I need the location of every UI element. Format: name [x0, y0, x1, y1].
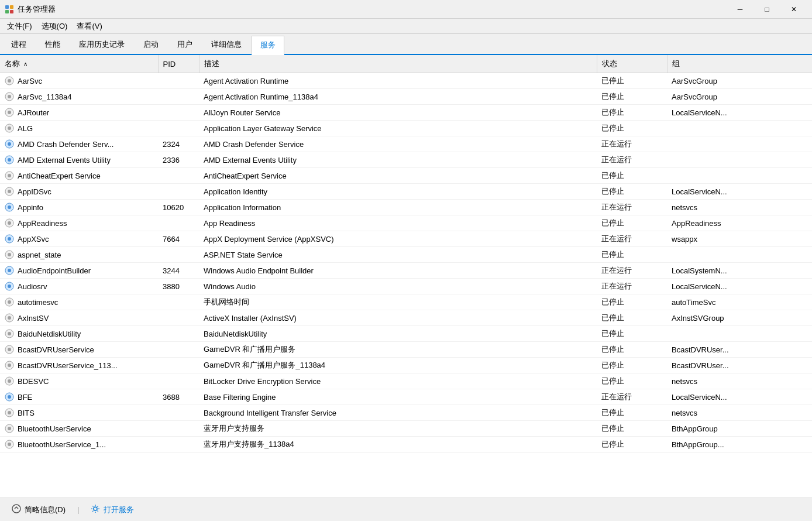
table-row[interactable]: BcastDVRUserService_113... GameDVR 和广播用户…: [0, 358, 812, 373]
service-desc: Base Filtering Engine: [199, 389, 597, 405]
table-row[interactable]: AarSvc Agent Activation Runtime已停止AarSvc…: [0, 73, 812, 89]
col-header-name[interactable]: 名称 ∧: [0, 55, 158, 73]
services-table-container[interactable]: 名称 ∧ PID 描述 状态 组 AarSvc Agent Activation…: [0, 55, 812, 498]
svg-point-31: [8, 285, 11, 288]
tab-startup[interactable]: 启动: [135, 35, 167, 54]
title-bar-left: 任务管理器: [5, 4, 56, 15]
service-pid: [158, 326, 199, 342]
svg-point-15: [8, 158, 11, 162]
table-row[interactable]: BaiduNetdiskUtility BaiduNetdiskUtility已…: [0, 326, 812, 342]
table-row[interactable]: AntiCheatExpert Service AntiCheatExpert …: [0, 168, 812, 184]
tab-users[interactable]: 用户: [168, 35, 201, 54]
table-row[interactable]: AJRouter AllJoyn Router Service已停止LocalS…: [0, 105, 812, 121]
svg-rect-1: [10, 5, 13, 9]
svg-rect-2: [5, 10, 9, 13]
service-name-text: BcastDVRUserService: [18, 345, 94, 354]
table-row[interactable]: BDESVC BitLocker Drive Encryption Servic…: [0, 373, 812, 389]
table-row[interactable]: AarSvc_1138a4 Agent Activation Runtime_1…: [0, 89, 812, 105]
service-group: AppReadiness: [667, 215, 812, 231]
menu-options[interactable]: 选项(O): [37, 20, 73, 33]
service-name-cell: AntiCheatExpert Service: [0, 168, 158, 184]
table-row[interactable]: Audiosrv 3880Windows Audio正在运行LocalServi…: [0, 279, 812, 294]
service-group: BthAppGroup...: [667, 437, 812, 453]
menu-view[interactable]: 查看(V): [72, 20, 106, 33]
svg-point-39: [8, 348, 11, 351]
table-row[interactable]: ALG Application Layer Gateway Service已停止: [0, 121, 812, 136]
table-row[interactable]: AxInstSV ActiveX Installer (AxInstSV)已停止…: [0, 310, 812, 326]
service-name-text: AarSvc: [18, 77, 42, 85]
svg-point-9: [8, 111, 11, 114]
table-row[interactable]: AppIDSvc Application Identity已停止LocalSer…: [0, 184, 812, 200]
service-icon: [5, 76, 14, 85]
svg-point-53: [94, 507, 97, 510]
tab-performance[interactable]: 性能: [36, 35, 69, 54]
bottom-bar: 简略信息(D) | 打开服务: [0, 498, 812, 521]
service-pid: [158, 294, 199, 310]
table-row[interactable]: Appinfo 10620Application Information正在运行…: [0, 200, 812, 215]
service-name-text: AppIDSvc: [18, 187, 51, 196]
minimize-button[interactable]: ─: [727, 0, 753, 19]
service-status: 已停止: [597, 373, 667, 389]
service-name-cell: AarSvc_1138a4: [0, 89, 158, 105]
table-row[interactable]: AppXSvc 7664AppX Deployment Service (App…: [0, 231, 812, 247]
service-name-cell: BcastDVRUserService: [0, 342, 158, 358]
service-icon: [5, 108, 14, 117]
table-row[interactable]: BluetoothUserService 蓝牙用户支持服务已停止BthAppGr…: [0, 421, 812, 437]
svg-point-51: [8, 443, 11, 446]
service-pid: 2324: [158, 136, 199, 152]
service-group: AarSvcGroup: [667, 89, 812, 105]
open-service-button[interactable]: 打开服务: [86, 502, 139, 517]
service-group: [667, 247, 812, 263]
table-row[interactable]: AppReadiness App Readiness已停止AppReadines…: [0, 215, 812, 231]
service-pid: 3880: [158, 279, 199, 294]
table-row[interactable]: aspnet_state ASP.NET State Service已停止: [0, 247, 812, 263]
col-header-status[interactable]: 状态: [597, 55, 667, 73]
service-icon: [5, 345, 14, 354]
service-pid: 3688: [158, 389, 199, 405]
table-row[interactable]: BITS Background Intelligent Transfer Ser…: [0, 405, 812, 421]
maximize-button[interactable]: □: [753, 0, 780, 19]
service-desc: BitLocker Drive Encryption Service: [199, 373, 597, 389]
service-status: 已停止: [597, 294, 667, 310]
service-status: 正在运行: [597, 136, 667, 152]
service-status: 已停止: [597, 89, 667, 105]
service-pid: 7664: [158, 231, 199, 247]
service-status: 正在运行: [597, 279, 667, 294]
service-status: 正在运行: [597, 152, 667, 168]
tab-app-history[interactable]: 应用历史记录: [70, 35, 133, 54]
tab-services[interactable]: 服务: [252, 36, 284, 55]
col-header-desc[interactable]: 描述: [199, 55, 597, 73]
service-group: LocalSystemN...: [667, 263, 812, 279]
table-row[interactable]: AMD External Events Utility 2336AMD Exte…: [0, 152, 812, 168]
service-group: BcastDVRUser...: [667, 342, 812, 358]
svg-point-17: [8, 174, 11, 177]
service-status: 已停止: [597, 310, 667, 326]
close-button[interactable]: ✕: [780, 0, 807, 19]
service-group: LocalServiceN...: [667, 389, 812, 405]
col-header-group[interactable]: 组: [667, 55, 812, 73]
service-name-cell: BITS: [0, 405, 158, 421]
table-row[interactable]: AudioEndpointBuilder 3244Windows Audio E…: [0, 263, 812, 279]
tab-process[interactable]: 进程: [2, 35, 35, 54]
service-name-cell: AudioEndpointBuilder: [0, 263, 158, 279]
menu-file[interactable]: 文件(F): [2, 20, 37, 33]
summary-button[interactable]: 简略信息(D): [7, 502, 70, 517]
tab-details[interactable]: 详细信息: [202, 35, 250, 54]
service-desc: GameDVR 和广播用户服务: [199, 342, 597, 358]
service-name-cell: AJRouter: [0, 105, 158, 121]
service-desc: Application Information: [199, 200, 597, 215]
service-group: LocalServiceN...: [667, 105, 812, 121]
table-row[interactable]: BluetoothUserService_1... 蓝牙用户支持服务_1138a…: [0, 437, 812, 453]
service-status: 已停止: [597, 105, 667, 121]
service-status: 已停止: [597, 405, 667, 421]
service-pid: [158, 184, 199, 200]
table-row[interactable]: BFE 3688Base Filtering Engine正在运行LocalSe…: [0, 389, 812, 405]
col-header-pid[interactable]: PID: [158, 55, 199, 73]
service-status: 已停止: [597, 437, 667, 453]
table-row[interactable]: autotimesvc 手机网络时间已停止autoTimeSvc: [0, 294, 812, 310]
service-desc: Windows Audio Endpoint Builder: [199, 263, 597, 279]
service-desc: 手机网络时间: [199, 294, 597, 310]
table-row[interactable]: AMD Crash Defender Serv... 2324AMD Crash…: [0, 136, 812, 152]
service-name-cell: AarSvc: [0, 73, 158, 89]
table-row[interactable]: BcastDVRUserService GameDVR 和广播用户服务已停止Bc…: [0, 342, 812, 358]
